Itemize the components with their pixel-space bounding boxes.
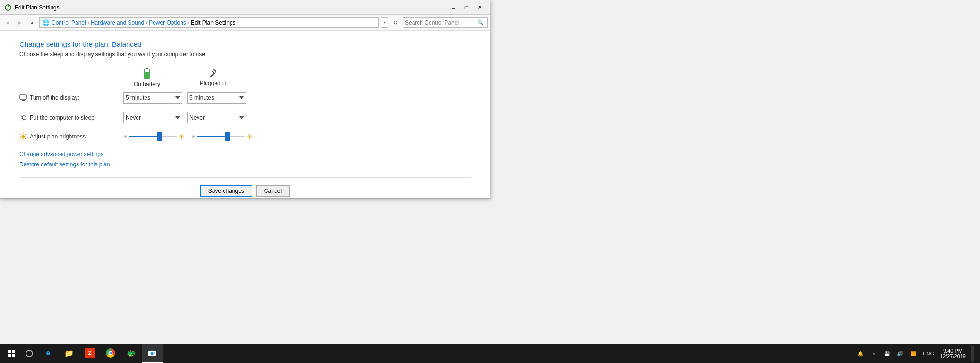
taskbar-app-explorer[interactable]: 📁: [59, 344, 79, 363]
page-title: Change settings for the plan: Balanced: [19, 40, 471, 48]
forward-button[interactable]: ▶: [15, 17, 25, 28]
restore-defaults-link[interactable]: Restore default settings for this plan: [19, 161, 471, 168]
taskbar: e 📁 Z 🐲 📧 🔔 ∧ 💾 🔊 📶 ENG: [0, 344, 980, 363]
taskbar-search-button[interactable]: [21, 344, 38, 363]
minimize-button[interactable]: –: [447, 3, 459, 12]
refresh-button[interactable]: ↻: [390, 17, 401, 28]
brightness-controls: ☀ ☀ ☀: [123, 132, 253, 141]
plug-column-icon: [208, 67, 218, 78]
col-header-plugged: Plugged in: [180, 67, 246, 87]
svg-rect-9: [20, 95, 26, 99]
page-subtitle: Choose the sleep and display settings th…: [19, 51, 471, 58]
taskbar-app-zoho[interactable]: Z: [79, 344, 100, 363]
col-battery-label: On battery: [134, 81, 160, 87]
tray-network-icon[interactable]: 📶: [908, 344, 919, 363]
sleep-plugged-select[interactable]: Never 1 minute 2 minutes 5 minutes 10 mi…: [187, 112, 246, 123]
search-circle-icon: [26, 350, 33, 357]
svg-rect-3: [144, 72, 150, 78]
back-button[interactable]: ◀: [2, 17, 13, 28]
display-plugged-select[interactable]: 5 minutes 1 minute 2 minutes 3 minutes 1…: [187, 92, 246, 104]
taskbar-app-chrome[interactable]: [100, 344, 121, 363]
clock-area[interactable]: 9:40 PM 12/27/2019: [938, 344, 968, 363]
taskbar-tray: 🔔 ∧ 💾 🔊 📶 ENG 9:40 PM 12/27/2019: [855, 344, 978, 363]
turn-off-display-label: Turn off the display:: [19, 94, 123, 102]
column-headers: On battery Plugged in: [114, 67, 471, 87]
button-bar: Save changes Cancel: [19, 185, 471, 197]
brightness-icon: [19, 133, 27, 140]
taskbar-app-7[interactable]: 🐲: [121, 344, 142, 363]
svg-line-7: [215, 70, 216, 71]
brightness-plugged-track-container: [197, 132, 245, 141]
explorer-icon: 📁: [64, 349, 74, 358]
breadcrumb-globe-icon: 🌐: [43, 19, 50, 26]
brightness-battery-slider-wrapper: ☀ ☀: [123, 132, 185, 141]
taskbar-apps: e 📁 Z 🐲 📧: [38, 344, 163, 363]
breadcrumb: 🌐 Control Panel › Hardware and Sound › P…: [39, 17, 379, 28]
brightness-battery-thumb[interactable]: [157, 132, 162, 141]
tray-volume-icon[interactable]: 🔊: [894, 344, 906, 363]
brightness-battery-track-container: [129, 132, 177, 141]
start-icon: [8, 350, 15, 357]
brightness-battery-bright-icon: ☀: [179, 133, 185, 140]
brightness-plugged-bright-icon: ☀: [247, 133, 253, 140]
start-button[interactable]: [2, 344, 21, 363]
address-bar: ◀ ▶ ▲ 🌐 Control Panel › Hardware and Sou…: [0, 15, 490, 31]
svg-line-20: [25, 134, 26, 135]
col-header-battery: On battery: [114, 67, 180, 87]
save-changes-button[interactable]: Save changes: [200, 185, 252, 197]
breadcrumb-part1[interactable]: Control Panel: [52, 19, 86, 26]
breadcrumb-sep2: ›: [146, 19, 147, 26]
advanced-power-settings-link[interactable]: Change advanced power settings: [19, 151, 471, 157]
content-area: Change settings for the plan: Balanced C…: [0, 31, 490, 206]
edit-plan-settings-window: Edit Plan Settings – □ ✕ ◀ ▶ ▲ 🌐 Control…: [0, 0, 490, 199]
clock-time: 9:40 PM: [943, 348, 963, 354]
links-section: Change advanced power settings Restore d…: [19, 151, 471, 168]
brightness-plugged-slider-wrapper: ☀ ☀: [191, 132, 253, 141]
cancel-button[interactable]: Cancel: [256, 185, 290, 197]
breadcrumb-part2[interactable]: Hardware and Sound: [91, 19, 144, 26]
breadcrumb-part4: Edit Plan Settings: [191, 19, 236, 26]
breadcrumb-sep3: ›: [188, 19, 189, 26]
brightness-plugged-fill: [197, 136, 226, 137]
search-icon-button[interactable]: 🔍: [476, 18, 485, 27]
svg-line-8: [214, 69, 215, 70]
chrome-icon: [106, 348, 115, 358]
title-bar: Edit Plan Settings – □ ✕: [0, 0, 490, 15]
tray-notification-icon[interactable]: 🔔: [855, 344, 866, 363]
tray-expand-icon[interactable]: ∧: [868, 344, 879, 363]
sleep-icon: [19, 114, 27, 121]
up-button[interactable]: ▲: [27, 17, 37, 28]
brightness-plugged-thumb[interactable]: [225, 132, 230, 141]
turn-off-display-text: Turn off the display:: [30, 95, 79, 101]
turn-off-display-row: Turn off the display: 5 minutes 1 minute…: [19, 92, 471, 104]
brightness-battery-dim-icon: ☀: [123, 134, 127, 139]
taskbar-app-8[interactable]: 📧: [142, 344, 163, 363]
battery-column-icon: [144, 67, 150, 79]
svg-rect-10: [22, 100, 25, 101]
svg-line-21: [21, 138, 22, 139]
svg-line-19: [25, 138, 26, 139]
zoho-icon: Z: [85, 348, 95, 358]
turn-off-display-controls: 5 minutes 1 minute 2 minutes 3 minutes 1…: [123, 92, 246, 104]
display-battery-select[interactable]: 5 minutes 1 minute 2 minutes 3 minutes 1…: [123, 92, 182, 104]
brightness-row: Adjust plan brightness: ☀ ☀ ☀: [19, 132, 471, 141]
breadcrumb-dropdown[interactable]: ▾: [381, 17, 388, 28]
brightness-plugged-track: [197, 136, 245, 137]
svg-rect-1: [8, 5, 9, 7]
app8-icon: 📧: [147, 349, 157, 358]
taskbar-app-edge[interactable]: e: [38, 344, 59, 363]
app7-icon: 🐲: [127, 349, 136, 358]
show-desktop-button[interactable]: [971, 346, 974, 362]
svg-line-18: [21, 134, 22, 135]
sleep-battery-select[interactable]: Never 1 minute 2 minutes 5 minutes 10 mi…: [123, 112, 182, 123]
svg-point-13: [22, 135, 25, 138]
close-button[interactable]: ✕: [473, 3, 486, 12]
window-icon: [4, 4, 12, 11]
sleep-row: Put the computer to sleep: Never 1 minut…: [19, 112, 471, 123]
brightness-label: Adjust plan brightness:: [19, 133, 123, 140]
maximize-button[interactable]: □: [460, 3, 473, 12]
tray-storage-icon[interactable]: 💾: [881, 344, 893, 363]
breadcrumb-part3[interactable]: Power Options: [149, 19, 186, 26]
tray-lang-label[interactable]: ENG: [921, 351, 936, 356]
search-input[interactable]: [405, 19, 476, 26]
